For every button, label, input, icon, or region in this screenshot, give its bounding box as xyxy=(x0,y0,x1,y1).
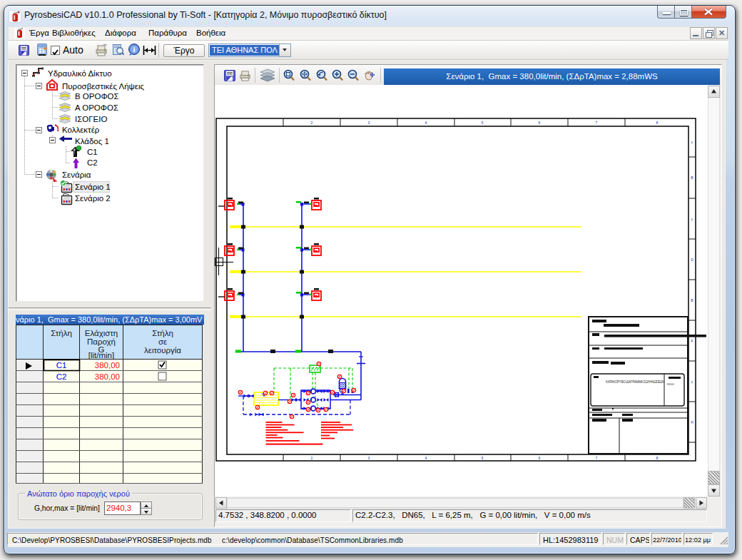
svg-text:B: B xyxy=(691,298,693,302)
svg-text:7: 7 xyxy=(596,121,598,125)
svg-text:4: 4 xyxy=(425,121,427,125)
svg-text:2: 2 xyxy=(311,456,313,460)
svg-text:H: H xyxy=(691,420,693,424)
svg-text:4: 4 xyxy=(425,456,427,460)
svg-text:c: c xyxy=(691,380,693,384)
svg-text:C1: C1 xyxy=(56,361,67,370)
svg-text:Στήλη: Στήλη xyxy=(51,329,72,337)
svg-text:3: 3 xyxy=(368,121,370,125)
svg-text:6: 6 xyxy=(539,456,541,460)
svg-text:5: 5 xyxy=(482,121,484,125)
svg-text:ΚΦ01: ΚΦ01 xyxy=(667,382,675,386)
svg-text:5: 5 xyxy=(482,456,484,460)
svg-text:6: 6 xyxy=(539,121,541,125)
svg-text:B: B xyxy=(691,175,693,180)
svg-text:c: c xyxy=(691,217,693,221)
svg-text:8: 8 xyxy=(656,456,659,460)
svg-text:Στήλη: Στήλη xyxy=(152,329,173,337)
svg-text:λειτουργία: λειτουργία xyxy=(144,346,181,355)
svg-text:7: 7 xyxy=(596,456,598,460)
svg-text:D: D xyxy=(691,258,693,262)
svg-text:ΚΑΤΑΚΟΡΥΦΟ ΔΙΑΓΡΑΜΜΑ ΣΩΛΗΝΩΣΕΩ: ΚΑΤΑΚΟΡΥΦΟ ΔΙΑΓΡΑΜΜΑ ΣΩΛΗΝΩΣΕΩΝ xyxy=(606,380,664,384)
svg-text:σε: σε xyxy=(158,337,167,346)
svg-text:Ελάχιστη: Ελάχιστη xyxy=(85,329,118,337)
svg-text:380,00: 380,00 xyxy=(95,372,120,381)
svg-text:F: F xyxy=(691,339,693,343)
svg-text:C2: C2 xyxy=(56,372,67,381)
svg-text:[lit/min]: [lit/min] xyxy=(88,351,114,360)
svg-text:380,00: 380,00 xyxy=(95,361,120,370)
svg-text:i: i xyxy=(133,45,135,54)
svg-text:3: 3 xyxy=(368,456,370,460)
svg-text:8: 8 xyxy=(656,121,659,125)
svg-text:c: c xyxy=(691,140,693,144)
svg-text:2: 2 xyxy=(311,121,313,125)
